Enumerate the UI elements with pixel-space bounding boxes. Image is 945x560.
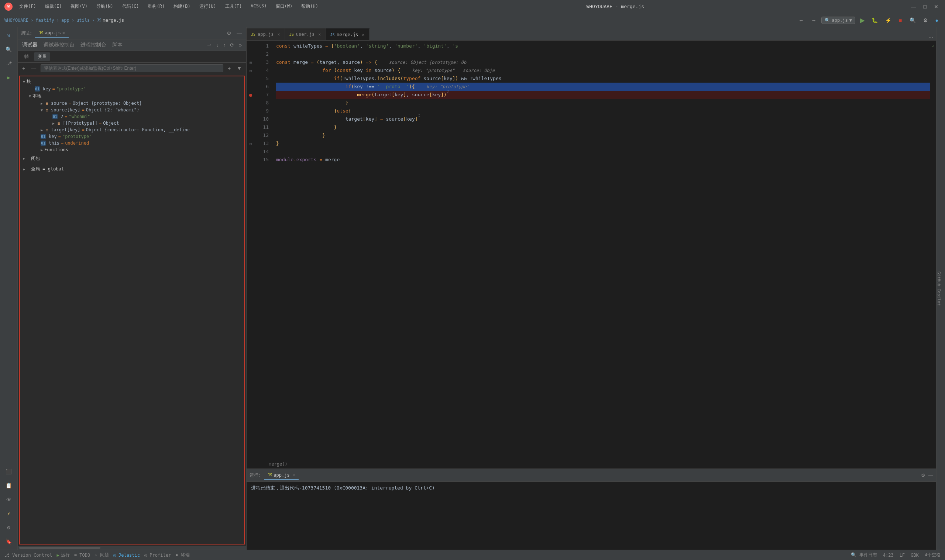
frames-tab[interactable]: 帧: [21, 52, 32, 61]
tree-item-key[interactable]: 01 key = "prototype": [20, 86, 244, 92]
menu-nav[interactable]: 导航(N): [92, 3, 117, 10]
status-vcs[interactable]: ⎇ Version Control: [5, 552, 52, 558]
update-button[interactable]: ●: [933, 16, 940, 25]
tab-mergejs[interactable]: JS merge.js ✕: [326, 28, 370, 40]
watch-add-btn2[interactable]: +: [226, 65, 232, 72]
debug-close-btn[interactable]: —: [235, 29, 243, 37]
tab-scripts[interactable]: 脚本: [111, 41, 124, 49]
menu-help[interactable]: 帮助(H): [298, 3, 322, 10]
debug-settings-btn[interactable]: ⚙: [225, 29, 233, 37]
run-sidebar-btn[interactable]: ▶: [3, 72, 15, 83]
tab-close-icon[interactable]: ✕: [62, 30, 65, 35]
git-btn[interactable]: ⎇: [3, 58, 15, 69]
maximize-button[interactable]: □: [921, 3, 929, 10]
file-search[interactable]: 🔍 app.js ▼: [821, 17, 855, 24]
breadcrumb-utils[interactable]: utils: [76, 18, 90, 23]
status-eventlog[interactable]: 🔍 事件日志: [851, 552, 877, 558]
tab-debugger[interactable]: 调试器: [21, 41, 39, 49]
menu-view[interactable]: 视图(V): [67, 3, 91, 10]
settings-button[interactable]: ⚙: [921, 16, 930, 25]
mergejs-close[interactable]: ✕: [362, 32, 364, 37]
status-todo[interactable]: ≡ TODO: [74, 552, 90, 558]
status-encoding[interactable]: GBK: [911, 552, 919, 558]
breadcrumb-project[interactable]: WHOYOUARE: [5, 18, 28, 23]
tree-section-closure[interactable]: ▶ 闭包: [20, 153, 244, 164]
tree-item-targetkey[interactable]: ▶ ≡ target[key] = Object {constructor: F…: [20, 126, 244, 133]
tree-item-proto[interactable]: ▶ ≡ [[Prototype]] = Object: [20, 120, 244, 126]
project-icon[interactable]: W: [3, 29, 15, 41]
bottom-settings-btn[interactable]: ⚙: [921, 472, 925, 478]
breadcrumb-fastify[interactable]: fastify: [35, 18, 54, 23]
eye-btn[interactable]: 👁: [3, 494, 15, 505]
status-terminal[interactable]: ▪ 终端: [175, 552, 190, 558]
tree-section-block[interactable]: ▼ 块: [20, 78, 244, 86]
menu-code[interactable]: 代码(C): [119, 3, 143, 10]
profile-button[interactable]: ⚡: [883, 16, 894, 25]
status-indent[interactable]: 4个空格: [925, 552, 940, 558]
step-into-btn[interactable]: ↓: [214, 41, 220, 49]
bottom-tab-appjs[interactable]: JS app.js ✕: [264, 471, 299, 480]
menu-run[interactable]: 运行(U): [196, 3, 220, 10]
status-jelastic[interactable]: ◎ Jelastic: [113, 552, 140, 558]
menu-vcs[interactable]: VCS(S): [247, 3, 270, 10]
lightning-btn[interactable]: ⚡: [3, 508, 15, 519]
menu-refactor[interactable]: 重构(R): [144, 3, 168, 10]
search-global[interactable]: 🔍: [907, 16, 918, 25]
tree-item-functions[interactable]: ▶ Functions: [20, 146, 244, 153]
userjs-close[interactable]: ✕: [318, 32, 321, 37]
watch-dropdown-btn[interactable]: ▼: [235, 65, 243, 72]
this-icon: 01: [41, 140, 46, 146]
close-button[interactable]: ✕: [932, 3, 940, 10]
tree-section-global[interactable]: ▶ 全局 = global: [20, 164, 244, 174]
debug-tab-appjs[interactable]: JS app.js ✕: [35, 29, 69, 38]
variables-tab[interactable]: 变量: [34, 52, 50, 61]
num-icon: 01: [52, 114, 58, 119]
status-profiler[interactable]: ◎ Profiler: [144, 552, 171, 558]
debug-scrollbar[interactable]: [18, 546, 246, 550]
copy-btn[interactable]: 📋: [3, 480, 15, 491]
stop-button[interactable]: ■: [897, 16, 904, 25]
run-button[interactable]: ▶: [858, 15, 866, 25]
tab-userjs[interactable]: JS user.js ✕: [285, 28, 326, 40]
menu-build[interactable]: 构建(B): [170, 3, 194, 10]
forward-button[interactable]: →: [809, 16, 819, 25]
copilot-sidebar[interactable]: GitHub Copilot: [936, 27, 945, 550]
menu-tools[interactable]: 工具(T): [222, 3, 246, 10]
minimize-button[interactable]: —: [909, 3, 919, 10]
search-sidebar-btn[interactable]: 🔍: [3, 43, 15, 55]
tab-process[interactable]: 进程控制台: [79, 41, 108, 49]
tree-item-2[interactable]: 01 2 = "whoami": [20, 113, 244, 120]
settings-sidebar-btn[interactable]: ⚙: [3, 522, 15, 534]
tab-more-btn[interactable]: ⋯: [928, 35, 933, 40]
menu-file[interactable]: 文件(F): [15, 3, 40, 10]
bottom-minimize-btn[interactable]: —: [928, 472, 933, 478]
watch-input[interactable]: [41, 64, 224, 72]
resume-btn[interactable]: ⟳: [228, 41, 236, 49]
status-lf[interactable]: LF: [900, 552, 905, 558]
breadcrumb-file[interactable]: JS merge.js: [97, 18, 124, 23]
breadcrumb-app[interactable]: app: [61, 18, 69, 23]
tab-appjs[interactable]: JS app.js ✕: [247, 28, 285, 40]
minus-watch-btn[interactable]: —: [29, 65, 38, 72]
back-button[interactable]: ←: [796, 16, 806, 25]
step-over-btn[interactable]: ⇀: [206, 41, 213, 49]
menu-edit[interactable]: 编辑(E): [42, 3, 66, 10]
tree-item-this[interactable]: 01 this = undefined: [20, 140, 244, 146]
tree-section-local[interactable]: ▼ 本地: [20, 92, 244, 100]
step-out-btn[interactable]: ↑: [222, 41, 227, 49]
debug-sidebar-btn[interactable]: ⬛: [3, 466, 15, 477]
tree-item-key2[interactable]: 01 key = "prototype": [20, 133, 244, 140]
code-editor[interactable]: ⊟ ⊟ ● ⊟: [247, 41, 936, 469]
status-problems[interactable]: ⚠ 问题: [94, 552, 108, 558]
tree-item-sourcekey[interactable]: ▼ ≡ source[key] = Object {2: "whoami"}: [20, 107, 244, 113]
status-run[interactable]: ▶ 运行: [57, 552, 70, 558]
more-btn[interactable]: »: [237, 41, 243, 49]
debug-button[interactable]: 🐛: [869, 16, 880, 25]
menu-window[interactable]: 窗口(W): [272, 3, 296, 10]
bottom-tab-close[interactable]: ✕: [293, 472, 295, 477]
tab-console[interactable]: 调试器控制台: [42, 41, 76, 49]
bookmark-btn[interactable]: 🔖: [3, 535, 15, 548]
tree-item-source[interactable]: ▶ ≡ source = Object {prototype: Object}: [20, 100, 244, 107]
appjs-close[interactable]: ✕: [277, 32, 280, 37]
add-watch-btn[interactable]: +: [21, 65, 26, 72]
